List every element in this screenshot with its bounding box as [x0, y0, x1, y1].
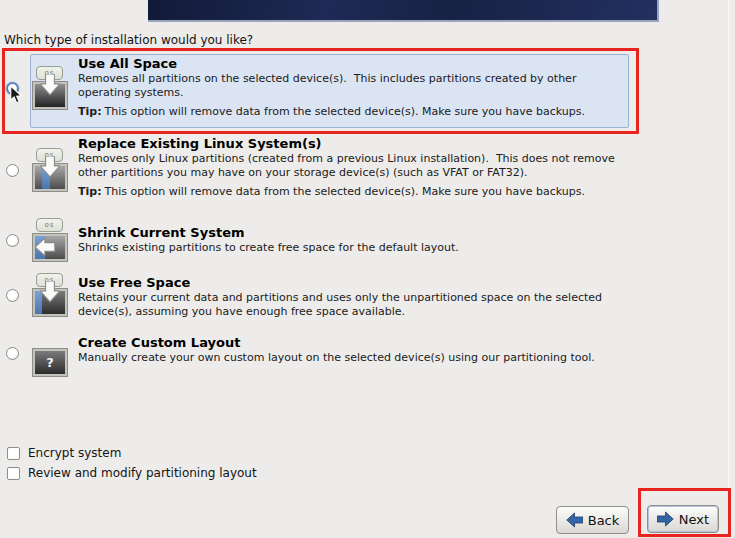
option-description: Retains your current data and partitions… [78, 291, 626, 318]
replace-linux-icon: os [33, 148, 67, 192]
tip-text: This option will remove data from the se… [105, 185, 585, 198]
option-description: Removes only Linux partitions (created f… [78, 152, 626, 179]
tip-text: This option will remove data from the se… [105, 105, 585, 118]
tip-label: Tip: [78, 185, 102, 198]
encrypt-system-label: Encrypt system [28, 446, 121, 460]
mouse-cursor-icon [9, 85, 23, 105]
custom-layout-icon: ? [33, 333, 67, 377]
option-title: Create Custom Layout [78, 335, 626, 351]
next-button[interactable]: Next [647, 505, 719, 533]
review-partitioning-label: Review and modify partitioning layout [28, 466, 257, 480]
radio-shrink-system[interactable] [6, 234, 19, 247]
option-description: Shrinks existing partitions to create fr… [78, 241, 626, 255]
question-disk-icon: ? [33, 349, 67, 376]
option-description: Removes all partitions on the selected d… [78, 72, 626, 99]
option-tip: Tip:This option will remove data from th… [78, 105, 626, 119]
option-title: Shrink Current System [78, 225, 626, 241]
option-row-replace-linux[interactable]: os Replace Existing Linux System(s) Remo… [0, 134, 735, 222]
option-title: Replace Existing Linux System(s) [78, 136, 626, 152]
back-arrow-icon [566, 512, 583, 528]
use-all-space-icon: os [33, 66, 67, 110]
encrypt-system-row[interactable]: Encrypt system [7, 446, 121, 460]
radio-use-free-space[interactable] [6, 289, 19, 302]
installer-banner [148, 0, 659, 22]
option-title: Use Free Space [78, 275, 626, 291]
arrow-down-icon [40, 281, 60, 303]
review-partitioning-row[interactable]: Review and modify partitioning layout [7, 466, 257, 480]
option-row-use-all-space[interactable]: os Use All Space Removes all partitions … [0, 48, 735, 138]
next-arrow-icon [657, 511, 674, 527]
page-title: Which type of installation would you lik… [4, 33, 253, 47]
back-button-label: Back [588, 513, 620, 528]
encrypt-system-checkbox[interactable] [7, 447, 20, 460]
next-button-label: Next [679, 512, 709, 527]
use-free-space-icon: os [33, 273, 67, 317]
radio-replace-linux[interactable] [6, 164, 19, 177]
radio-custom-layout[interactable] [6, 347, 19, 360]
tip-label: Tip: [78, 105, 102, 118]
option-row-use-free-space[interactable]: os Use Free Space Retains your current d… [0, 271, 735, 331]
review-partitioning-checkbox[interactable] [7, 467, 20, 480]
arrow-down-icon [40, 74, 60, 96]
option-description: Manually create your own custom layout o… [78, 351, 626, 365]
os-bubble-icon: os [36, 218, 63, 232]
option-row-custom-layout[interactable]: ? Create Custom Layout Manually create y… [0, 333, 735, 383]
shrink-system-icon: os [33, 218, 67, 262]
arrow-left-icon [35, 238, 57, 256]
arrow-down-icon [40, 156, 60, 178]
back-button[interactable]: Back [556, 506, 629, 534]
installer-partition-type-screen: Which type of installation would you lik… [0, 0, 735, 538]
question-mark-glyph: ? [35, 351, 65, 374]
option-row-shrink-system[interactable]: os Shrink Current System Shrinks existin… [0, 216, 735, 270]
option-tip: Tip:This option will remove data from th… [78, 185, 626, 199]
option-title: Use All Space [78, 56, 626, 72]
